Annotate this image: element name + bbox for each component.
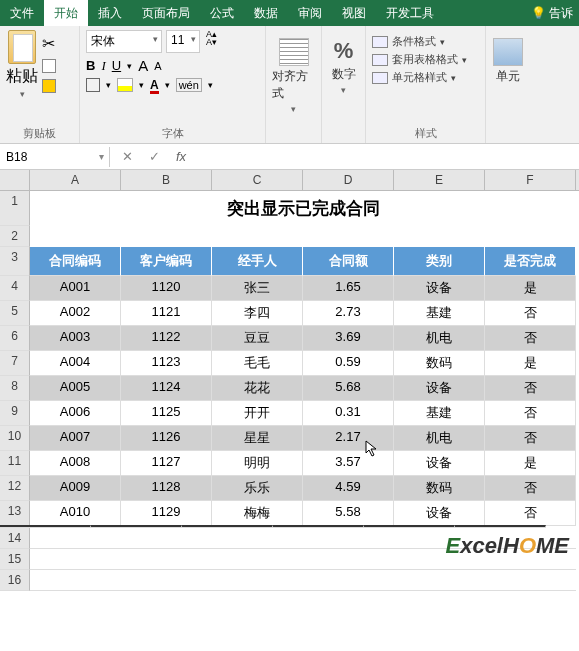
cell[interactable]: 2.17 [303, 426, 394, 451]
cell[interactable]: 毛毛 [212, 351, 303, 376]
underline-button[interactable]: U [112, 58, 121, 73]
cell[interactable] [30, 226, 121, 236]
cell[interactable] [30, 549, 121, 570]
cell[interactable]: 1127 [121, 451, 212, 476]
cells-button[interactable]: 单元 [492, 30, 524, 85]
cell[interactable]: 否 [485, 476, 576, 501]
cell[interactable] [30, 570, 121, 591]
cell[interactable]: A008 [30, 451, 121, 476]
cell[interactable]: 1124 [121, 376, 212, 401]
cell[interactable]: A006 [30, 401, 121, 426]
row-header[interactable]: 10 [0, 426, 30, 451]
tab-data[interactable]: 数据 [244, 0, 288, 26]
cell[interactable]: 1121 [121, 301, 212, 326]
format-as-table-button[interactable]: 套用表格格式 ▾ [372, 52, 479, 67]
cell[interactable]: 豆豆 [212, 326, 303, 351]
cell[interactable] [212, 549, 303, 570]
cell[interactable]: 合同额 [303, 247, 394, 276]
cell[interactable] [121, 528, 212, 549]
row-header[interactable]: 9 [0, 401, 30, 426]
cell[interactable]: 经手人 [212, 247, 303, 276]
tab-home[interactable]: 开始 [44, 0, 88, 26]
fx-icon[interactable]: fx [176, 149, 186, 164]
cell[interactable] [303, 226, 394, 236]
copy-icon[interactable] [42, 59, 56, 73]
row-header[interactable]: 16 [0, 570, 30, 591]
cell[interactable]: 张三 [212, 276, 303, 301]
select-all-corner[interactable] [0, 170, 30, 190]
cell[interactable]: 1129 [121, 501, 212, 526]
cell[interactable]: 客户编码 [121, 247, 212, 276]
cut-icon[interactable]: ✂ [42, 34, 56, 53]
cell[interactable]: 否 [485, 501, 576, 526]
cell[interactable]: 5.68 [303, 376, 394, 401]
worksheet[interactable]: A B C D E F 1突出显示已完成合同23合同编码客户编码经手人合同额类别… [0, 170, 579, 591]
col-header-b[interactable]: B [121, 170, 212, 190]
cell[interactable]: 基建 [394, 401, 485, 426]
row-header[interactable]: 12 [0, 476, 30, 501]
cancel-icon[interactable]: ✕ [122, 149, 133, 164]
cell[interactable]: 0.31 [303, 401, 394, 426]
phonetic-guide-button[interactable]: wén [176, 78, 202, 92]
cell[interactable]: 2.73 [303, 301, 394, 326]
cell[interactable] [212, 570, 303, 591]
font-size-select[interactable]: 11 [166, 30, 200, 53]
cell[interactable]: 设备 [394, 451, 485, 476]
cell[interactable] [394, 570, 485, 591]
row-header[interactable]: 11 [0, 451, 30, 476]
cell[interactable]: 0.59 [303, 351, 394, 376]
cell[interactable]: A010 [30, 501, 121, 526]
cell[interactable]: 是 [485, 351, 576, 376]
cell[interactable] [121, 226, 212, 236]
cell[interactable]: A002 [30, 301, 121, 326]
chevron-down-icon[interactable]: ▾ [139, 80, 144, 90]
cell[interactable]: 否 [485, 326, 576, 351]
font-name-select[interactable]: 宋体 [86, 30, 162, 53]
title-cell[interactable]: 突出显示已完成合同 [30, 191, 576, 226]
fill-color-button[interactable] [117, 78, 133, 92]
cell[interactable]: 3.69 [303, 326, 394, 351]
cell[interactable]: 设备 [394, 501, 485, 526]
col-header-a[interactable]: A [30, 170, 121, 190]
cell[interactable] [30, 528, 121, 549]
cell[interactable] [212, 528, 303, 549]
col-header-f[interactable]: F [485, 170, 576, 190]
cell[interactable]: 李四 [212, 301, 303, 326]
row-header[interactable]: 2 [0, 226, 30, 247]
row-header[interactable]: 4 [0, 276, 30, 301]
row-header[interactable]: 3 [0, 247, 30, 276]
tab-layout[interactable]: 页面布局 [132, 0, 200, 26]
cell[interactable]: A004 [30, 351, 121, 376]
cell[interactable]: 合同编码 [30, 247, 121, 276]
cell[interactable]: 1122 [121, 326, 212, 351]
cell[interactable]: 设备 [394, 376, 485, 401]
cell[interactable] [485, 226, 576, 236]
cell[interactable]: 5.58 [303, 501, 394, 526]
cell[interactable] [303, 528, 394, 549]
tab-view[interactable]: 视图 [332, 0, 376, 26]
tab-dev[interactable]: 开发工具 [376, 0, 444, 26]
cell[interactable] [303, 570, 394, 591]
cell[interactable]: 乐乐 [212, 476, 303, 501]
col-header-c[interactable]: C [212, 170, 303, 190]
cell[interactable]: 否 [485, 401, 576, 426]
cell[interactable]: 1128 [121, 476, 212, 501]
conditional-formatting-button[interactable]: 条件格式 ▾ [372, 34, 479, 49]
cell[interactable]: A005 [30, 376, 121, 401]
paste-button[interactable]: 粘贴 ▾ [6, 30, 38, 99]
cell[interactable]: 机电 [394, 426, 485, 451]
tab-file[interactable]: 文件 [0, 0, 44, 26]
alignment-button[interactable]: 对齐方式 ▾ [272, 30, 315, 114]
cell[interactable] [303, 549, 394, 570]
cell[interactable]: 1125 [121, 401, 212, 426]
cell[interactable]: 数码 [394, 351, 485, 376]
cell[interactable] [485, 570, 576, 591]
number-format-button[interactable]: % 数字 ▾ [328, 30, 359, 95]
font-color-button[interactable]: A [150, 78, 159, 92]
cell[interactable]: A009 [30, 476, 121, 501]
cell[interactable]: 花花 [212, 376, 303, 401]
cell[interactable]: 1120 [121, 276, 212, 301]
cell[interactable] [212, 226, 303, 236]
cell[interactable]: 设备 [394, 276, 485, 301]
cell[interactable]: A007 [30, 426, 121, 451]
